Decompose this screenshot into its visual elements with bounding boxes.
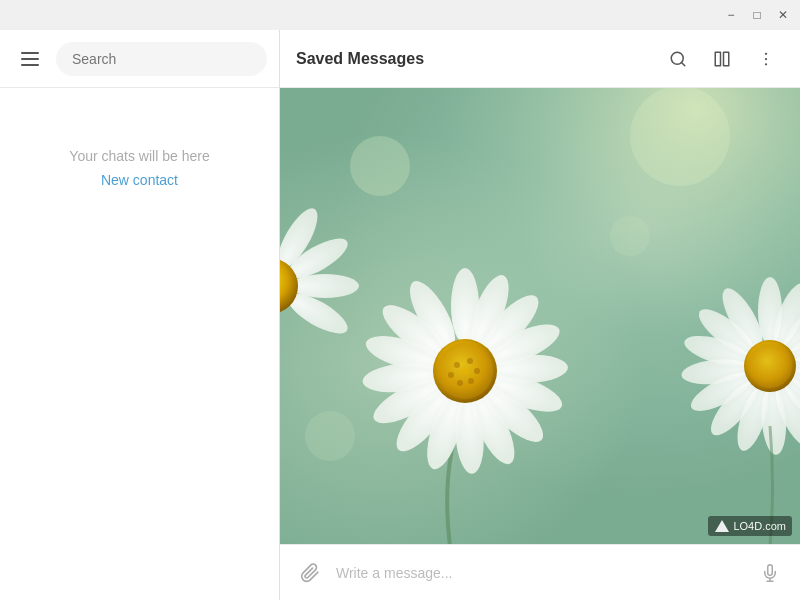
hamburger-line-1	[21, 52, 39, 54]
hamburger-line-2	[21, 58, 39, 60]
svg-point-33	[448, 372, 454, 378]
columns-icon	[713, 50, 731, 68]
watermark: LO4D.com	[708, 516, 792, 536]
message-input[interactable]	[328, 565, 752, 581]
svg-point-60	[610, 216, 650, 256]
microphone-button[interactable]	[752, 555, 788, 591]
chat-content: LO4D.com	[280, 88, 800, 544]
title-bar: − □ ✕	[0, 0, 800, 30]
svg-point-31	[468, 378, 474, 384]
daisy-background	[280, 88, 800, 544]
main-panel: Saved Messages	[280, 30, 800, 600]
svg-rect-2	[715, 52, 720, 66]
svg-point-28	[454, 362, 460, 368]
microphone-icon	[761, 564, 779, 582]
svg-point-32	[457, 380, 463, 386]
app-container: Your chats will be here New contact Save…	[0, 30, 800, 600]
svg-point-57	[748, 344, 792, 388]
empty-chats-text: Your chats will be here	[69, 148, 209, 164]
chat-header: Saved Messages	[280, 30, 800, 88]
svg-point-29	[467, 358, 473, 364]
more-options-button[interactable]	[748, 41, 784, 77]
sidebar-empty-state: Your chats will be here New contact	[0, 88, 279, 600]
watermark-logo-icon	[714, 519, 730, 533]
search-icon	[669, 50, 687, 68]
message-input-bar	[280, 544, 800, 600]
svg-point-58	[350, 136, 410, 196]
maximize-button[interactable]: □	[744, 4, 770, 26]
svg-marker-62	[715, 520, 729, 532]
close-button[interactable]: ✕	[770, 4, 796, 26]
more-options-icon	[757, 50, 775, 68]
svg-point-5	[765, 57, 767, 59]
search-input[interactable]	[56, 42, 267, 76]
columns-button[interactable]	[704, 41, 740, 77]
svg-point-34	[461, 367, 469, 375]
minimize-button[interactable]: −	[718, 4, 744, 26]
header-actions	[660, 41, 784, 77]
watermark-text: LO4D.com	[733, 520, 786, 532]
sidebar-header	[0, 30, 279, 88]
svg-point-4	[765, 52, 767, 54]
svg-point-30	[474, 368, 480, 374]
hamburger-line-3	[21, 64, 39, 66]
svg-point-61	[305, 411, 355, 461]
svg-line-1	[681, 62, 684, 65]
hamburger-menu-button[interactable]	[12, 41, 48, 77]
attach-button[interactable]	[292, 555, 328, 591]
attach-icon	[300, 563, 320, 583]
svg-point-6	[765, 63, 767, 65]
new-contact-link[interactable]: New contact	[101, 172, 178, 188]
search-button[interactable]	[660, 41, 696, 77]
chat-title: Saved Messages	[296, 50, 660, 68]
svg-point-59	[630, 88, 730, 186]
svg-rect-3	[724, 52, 729, 66]
sidebar: Your chats will be here New contact	[0, 30, 280, 600]
